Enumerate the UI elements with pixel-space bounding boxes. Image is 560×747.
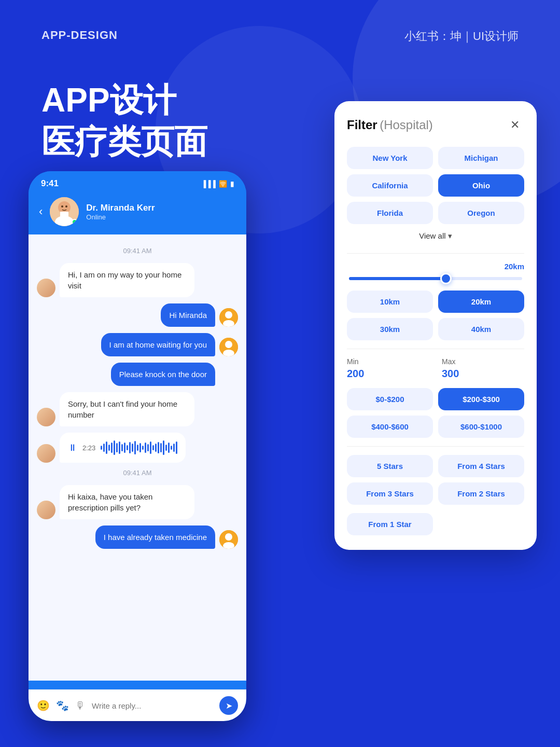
price-max-col: Max 300 bbox=[442, 357, 524, 380]
msg-avatar-doctor bbox=[37, 279, 55, 297]
view-all-label: View all bbox=[419, 231, 445, 240]
message-row-knock: Please knock on the door bbox=[37, 363, 238, 386]
doctor-header: ‹ Dr. Miranda Kerr Online bbox=[29, 193, 246, 234]
status-icons: ▐▐▐ 🛜 ▮ bbox=[201, 180, 234, 188]
close-button[interactable]: ✕ bbox=[506, 116, 524, 134]
mic-icon[interactable]: 🎙 bbox=[75, 700, 86, 712]
waveform bbox=[101, 440, 177, 455]
chip-30km[interactable]: 30km bbox=[347, 318, 433, 340]
svg-point-7 bbox=[225, 311, 232, 319]
view-all-button[interactable]: View all ▾ bbox=[347, 231, 524, 241]
chip-3-stars[interactable]: From 3 Stars bbox=[347, 482, 433, 505]
message-bubble-prescription: Hi kaixa, have you taken prescription pi… bbox=[60, 485, 194, 519]
chip-4-stars[interactable]: From 4 Stars bbox=[438, 455, 524, 477]
chip-20km[interactable]: 20km bbox=[438, 290, 524, 313]
slider-thumb[interactable] bbox=[440, 273, 452, 284]
divider-1 bbox=[347, 253, 524, 254]
filter-subtitle: (Hospital) bbox=[380, 118, 433, 132]
svg-point-13 bbox=[225, 533, 232, 541]
chat-area[interactable]: 09:41 AM Hi, I am on my way to your home… bbox=[29, 234, 246, 681]
message-row-voice: ⏸ 2:23 bbox=[37, 433, 238, 463]
msg-avatar-doctor-3 bbox=[37, 501, 55, 519]
chip-michigan[interactable]: Michigan bbox=[438, 147, 524, 169]
msg-avatar-user-3 bbox=[219, 530, 238, 549]
doctor-status: Online bbox=[86, 213, 236, 221]
chip-new-york[interactable]: New York bbox=[347, 147, 433, 169]
price-chip-grid: $0-$200 $200-$300 $400-$600 $600-$1000 bbox=[347, 388, 524, 438]
message-bubble-sorry: Sorry, but I can't find your home number bbox=[60, 392, 194, 426]
chip-2-stars[interactable]: From 2 Stars bbox=[438, 482, 524, 505]
timestamp-2: 09:41 AM bbox=[37, 469, 238, 477]
message-row-sent: I am at home waiting for you bbox=[37, 333, 238, 356]
online-indicator bbox=[72, 219, 78, 225]
filter-panel: Filter (Hospital) ✕ New York Michigan Ca… bbox=[334, 101, 537, 550]
voice-message-bubble[interactable]: ⏸ 2:23 bbox=[60, 433, 186, 463]
chip-california[interactable]: California bbox=[347, 174, 433, 197]
author-label: 小红书：坤｜UI设计师 bbox=[404, 29, 519, 44]
status-bar: 9:41 ▐▐▐ 🛜 ▮ bbox=[29, 171, 246, 193]
message-row-sorry: Sorry, but I can't find your home number bbox=[37, 392, 238, 426]
chip-0-200[interactable]: $0-$200 bbox=[347, 388, 433, 410]
svg-rect-3 bbox=[60, 212, 68, 222]
app-design-label: APP-DESIGN bbox=[41, 29, 118, 42]
star-chip-grid: 5 Stars From 4 Stars From 3 Stars From 2… bbox=[347, 455, 524, 505]
filter-title-group: Filter (Hospital) bbox=[347, 118, 433, 132]
doctor-avatar bbox=[50, 197, 79, 226]
message-row-sent: Hi Miranda bbox=[37, 303, 238, 327]
svg-point-5 bbox=[65, 205, 67, 208]
battery-icon: ▮ bbox=[230, 180, 234, 188]
chip-1-star[interactable]: From 1 Star bbox=[347, 513, 433, 535]
chat-input-bar: 🙂 🐾 🎙 ➤ bbox=[29, 689, 246, 721]
reply-input[interactable] bbox=[92, 701, 213, 710]
distance-chip-grid: 10km 20km 30km 40km bbox=[347, 290, 524, 340]
chip-600-1000[interactable]: $600-$1000 bbox=[438, 416, 524, 438]
price-min-col: Min 200 bbox=[347, 357, 429, 380]
wifi-icon: 🛜 bbox=[219, 180, 227, 188]
chip-200-300[interactable]: $200-$300 bbox=[438, 388, 524, 410]
filter-title: Filter bbox=[347, 118, 377, 132]
price-max-value: 300 bbox=[442, 368, 524, 380]
send-button[interactable]: ➤ bbox=[219, 696, 238, 715]
chip-5-stars[interactable]: 5 Stars bbox=[347, 455, 433, 477]
message-row-prescription: Hi kaixa, have you taken prescription pi… bbox=[37, 485, 238, 519]
phone-mockup: 9:41 ▐▐▐ 🛜 ▮ ‹ bbox=[29, 171, 246, 721]
slider-track bbox=[349, 277, 522, 280]
price-min-value: 200 bbox=[347, 368, 429, 380]
slider-fill bbox=[349, 277, 450, 280]
chip-400-600[interactable]: $400-$600 bbox=[347, 416, 433, 438]
doctor-name: Dr. Miranda Kerr bbox=[86, 203, 236, 213]
divider-3 bbox=[347, 446, 524, 447]
price-min-label: Min bbox=[347, 357, 429, 366]
price-max-label: Max bbox=[442, 357, 524, 366]
emoji-icon[interactable]: 🙂 bbox=[37, 699, 50, 712]
sticker-icon[interactable]: 🐾 bbox=[56, 699, 69, 712]
msg-avatar-voice bbox=[37, 444, 55, 463]
signal-icon: ▐▐▐ bbox=[201, 180, 216, 188]
timestamp-1: 09:41 AM bbox=[37, 247, 238, 255]
doctor-info: Dr. Miranda Kerr Online bbox=[86, 203, 236, 221]
title-line-1: APP设计 bbox=[41, 78, 176, 123]
back-button[interactable]: ‹ bbox=[39, 205, 43, 218]
svg-point-10 bbox=[225, 341, 232, 348]
message-bubble-sent: Hi Miranda bbox=[161, 303, 215, 327]
svg-point-4 bbox=[61, 205, 63, 208]
chip-oregon[interactable]: Oregon bbox=[438, 202, 524, 224]
voice-duration: 2:23 bbox=[82, 444, 95, 452]
distance-value-label: 20km bbox=[347, 262, 524, 271]
msg-avatar-user-2 bbox=[219, 338, 238, 356]
status-time: 9:41 bbox=[41, 178, 59, 189]
chip-florida[interactable]: Florida bbox=[347, 202, 433, 224]
message-bubble-knock: Please knock on the door bbox=[111, 363, 215, 386]
chip-10km[interactable]: 10km bbox=[347, 290, 433, 313]
location-chip-grid: New York Michigan California Ohio Florid… bbox=[347, 147, 524, 224]
message-bubble-home: I am at home waiting for you bbox=[101, 333, 215, 356]
message-bubble-medicine: I have already taken medicine bbox=[95, 525, 215, 549]
message-row: Hi, I am on my way to your home visit bbox=[37, 263, 238, 297]
divider-2 bbox=[347, 349, 524, 349]
chip-40km[interactable]: 40km bbox=[438, 318, 524, 340]
message-row-medicine: I have already taken medicine bbox=[37, 525, 238, 549]
msg-avatar-doctor-2 bbox=[37, 408, 55, 426]
pause-icon: ⏸ bbox=[68, 442, 77, 453]
distance-slider[interactable] bbox=[347, 277, 524, 280]
chip-ohio[interactable]: Ohio bbox=[438, 174, 524, 197]
